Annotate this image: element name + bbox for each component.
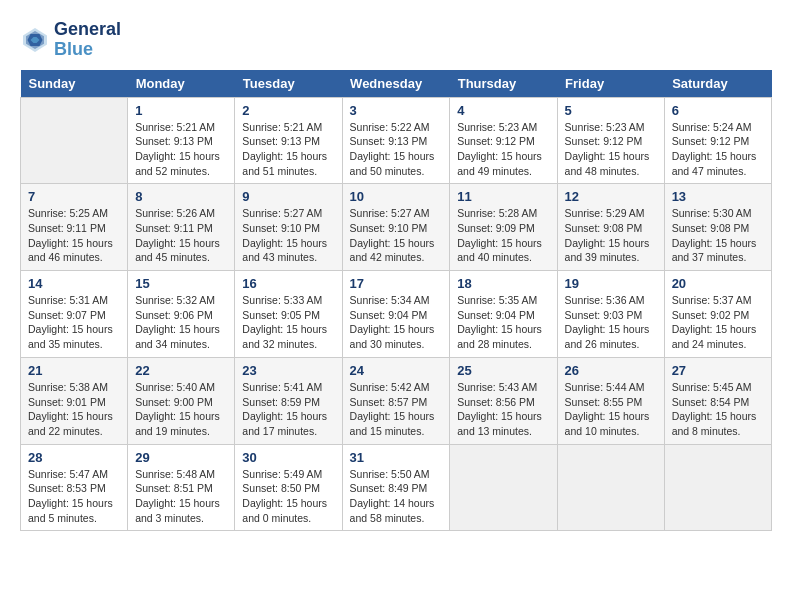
calendar-cell: 29Sunrise: 5:48 AM Sunset: 8:51 PM Dayli… — [128, 444, 235, 531]
day-number: 19 — [565, 276, 657, 291]
calendar-cell: 7Sunrise: 5:25 AM Sunset: 9:11 PM Daylig… — [21, 184, 128, 271]
day-info: Sunrise: 5:41 AM Sunset: 8:59 PM Dayligh… — [242, 380, 334, 439]
day-number: 10 — [350, 189, 443, 204]
calendar-cell — [450, 444, 557, 531]
day-info: Sunrise: 5:27 AM Sunset: 9:10 PM Dayligh… — [242, 206, 334, 265]
day-info: Sunrise: 5:36 AM Sunset: 9:03 PM Dayligh… — [565, 293, 657, 352]
day-number: 14 — [28, 276, 120, 291]
day-info: Sunrise: 5:32 AM Sunset: 9:06 PM Dayligh… — [135, 293, 227, 352]
day-number: 23 — [242, 363, 334, 378]
logo: General Blue — [20, 20, 121, 60]
calendar-cell: 23Sunrise: 5:41 AM Sunset: 8:59 PM Dayli… — [235, 357, 342, 444]
day-number: 4 — [457, 103, 549, 118]
day-number: 18 — [457, 276, 549, 291]
column-header-monday: Monday — [128, 70, 235, 98]
day-info: Sunrise: 5:23 AM Sunset: 9:12 PM Dayligh… — [565, 120, 657, 179]
calendar-cell: 21Sunrise: 5:38 AM Sunset: 9:01 PM Dayli… — [21, 357, 128, 444]
day-number: 27 — [672, 363, 764, 378]
day-number: 2 — [242, 103, 334, 118]
calendar-cell: 17Sunrise: 5:34 AM Sunset: 9:04 PM Dayli… — [342, 271, 450, 358]
day-number: 22 — [135, 363, 227, 378]
calendar-cell: 31Sunrise: 5:50 AM Sunset: 8:49 PM Dayli… — [342, 444, 450, 531]
calendar-cell: 10Sunrise: 5:27 AM Sunset: 9:10 PM Dayli… — [342, 184, 450, 271]
calendar-cell: 22Sunrise: 5:40 AM Sunset: 9:00 PM Dayli… — [128, 357, 235, 444]
calendar-table: SundayMondayTuesdayWednesdayThursdayFrid… — [20, 70, 772, 532]
day-info: Sunrise: 5:21 AM Sunset: 9:13 PM Dayligh… — [242, 120, 334, 179]
day-number: 29 — [135, 450, 227, 465]
calendar-cell: 27Sunrise: 5:45 AM Sunset: 8:54 PM Dayli… — [664, 357, 771, 444]
calendar-cell: 5Sunrise: 5:23 AM Sunset: 9:12 PM Daylig… — [557, 97, 664, 184]
calendar-cell: 24Sunrise: 5:42 AM Sunset: 8:57 PM Dayli… — [342, 357, 450, 444]
calendar-header-row: SundayMondayTuesdayWednesdayThursdayFrid… — [21, 70, 772, 98]
calendar-cell: 8Sunrise: 5:26 AM Sunset: 9:11 PM Daylig… — [128, 184, 235, 271]
day-info: Sunrise: 5:31 AM Sunset: 9:07 PM Dayligh… — [28, 293, 120, 352]
week-row-1: 1Sunrise: 5:21 AM Sunset: 9:13 PM Daylig… — [21, 97, 772, 184]
week-row-3: 14Sunrise: 5:31 AM Sunset: 9:07 PM Dayli… — [21, 271, 772, 358]
calendar-cell: 30Sunrise: 5:49 AM Sunset: 8:50 PM Dayli… — [235, 444, 342, 531]
day-number: 11 — [457, 189, 549, 204]
calendar-cell: 12Sunrise: 5:29 AM Sunset: 9:08 PM Dayli… — [557, 184, 664, 271]
calendar-cell: 4Sunrise: 5:23 AM Sunset: 9:12 PM Daylig… — [450, 97, 557, 184]
day-info: Sunrise: 5:24 AM Sunset: 9:12 PM Dayligh… — [672, 120, 764, 179]
day-info: Sunrise: 5:42 AM Sunset: 8:57 PM Dayligh… — [350, 380, 443, 439]
day-number: 21 — [28, 363, 120, 378]
day-info: Sunrise: 5:40 AM Sunset: 9:00 PM Dayligh… — [135, 380, 227, 439]
day-number: 17 — [350, 276, 443, 291]
day-number: 13 — [672, 189, 764, 204]
week-row-5: 28Sunrise: 5:47 AM Sunset: 8:53 PM Dayli… — [21, 444, 772, 531]
calendar-cell: 25Sunrise: 5:43 AM Sunset: 8:56 PM Dayli… — [450, 357, 557, 444]
calendar-cell: 13Sunrise: 5:30 AM Sunset: 9:08 PM Dayli… — [664, 184, 771, 271]
day-info: Sunrise: 5:27 AM Sunset: 9:10 PM Dayligh… — [350, 206, 443, 265]
week-row-4: 21Sunrise: 5:38 AM Sunset: 9:01 PM Dayli… — [21, 357, 772, 444]
day-number: 26 — [565, 363, 657, 378]
logo-icon — [20, 25, 50, 55]
column-header-friday: Friday — [557, 70, 664, 98]
day-number: 7 — [28, 189, 120, 204]
calendar-cell: 20Sunrise: 5:37 AM Sunset: 9:02 PM Dayli… — [664, 271, 771, 358]
day-number: 24 — [350, 363, 443, 378]
day-info: Sunrise: 5:49 AM Sunset: 8:50 PM Dayligh… — [242, 467, 334, 526]
day-number: 20 — [672, 276, 764, 291]
calendar-cell: 3Sunrise: 5:22 AM Sunset: 9:13 PM Daylig… — [342, 97, 450, 184]
calendar-cell: 14Sunrise: 5:31 AM Sunset: 9:07 PM Dayli… — [21, 271, 128, 358]
day-info: Sunrise: 5:38 AM Sunset: 9:01 PM Dayligh… — [28, 380, 120, 439]
calendar-cell — [664, 444, 771, 531]
logo-text: General Blue — [54, 20, 121, 60]
calendar-cell — [557, 444, 664, 531]
day-number: 1 — [135, 103, 227, 118]
day-info: Sunrise: 5:34 AM Sunset: 9:04 PM Dayligh… — [350, 293, 443, 352]
day-number: 25 — [457, 363, 549, 378]
page-header: General Blue — [20, 20, 772, 60]
calendar-cell: 19Sunrise: 5:36 AM Sunset: 9:03 PM Dayli… — [557, 271, 664, 358]
calendar-cell: 18Sunrise: 5:35 AM Sunset: 9:04 PM Dayli… — [450, 271, 557, 358]
calendar-cell: 1Sunrise: 5:21 AM Sunset: 9:13 PM Daylig… — [128, 97, 235, 184]
day-number: 8 — [135, 189, 227, 204]
day-number: 9 — [242, 189, 334, 204]
day-info: Sunrise: 5:37 AM Sunset: 9:02 PM Dayligh… — [672, 293, 764, 352]
calendar-cell: 9Sunrise: 5:27 AM Sunset: 9:10 PM Daylig… — [235, 184, 342, 271]
calendar-cell: 26Sunrise: 5:44 AM Sunset: 8:55 PM Dayli… — [557, 357, 664, 444]
day-info: Sunrise: 5:21 AM Sunset: 9:13 PM Dayligh… — [135, 120, 227, 179]
day-number: 30 — [242, 450, 334, 465]
day-number: 5 — [565, 103, 657, 118]
day-info: Sunrise: 5:50 AM Sunset: 8:49 PM Dayligh… — [350, 467, 443, 526]
day-info: Sunrise: 5:47 AM Sunset: 8:53 PM Dayligh… — [28, 467, 120, 526]
day-info: Sunrise: 5:45 AM Sunset: 8:54 PM Dayligh… — [672, 380, 764, 439]
day-info: Sunrise: 5:35 AM Sunset: 9:04 PM Dayligh… — [457, 293, 549, 352]
column-header-sunday: Sunday — [21, 70, 128, 98]
day-info: Sunrise: 5:23 AM Sunset: 9:12 PM Dayligh… — [457, 120, 549, 179]
column-header-tuesday: Tuesday — [235, 70, 342, 98]
week-row-2: 7Sunrise: 5:25 AM Sunset: 9:11 PM Daylig… — [21, 184, 772, 271]
day-info: Sunrise: 5:48 AM Sunset: 8:51 PM Dayligh… — [135, 467, 227, 526]
day-info: Sunrise: 5:33 AM Sunset: 9:05 PM Dayligh… — [242, 293, 334, 352]
calendar-cell: 16Sunrise: 5:33 AM Sunset: 9:05 PM Dayli… — [235, 271, 342, 358]
calendar-cell: 15Sunrise: 5:32 AM Sunset: 9:06 PM Dayli… — [128, 271, 235, 358]
day-info: Sunrise: 5:25 AM Sunset: 9:11 PM Dayligh… — [28, 206, 120, 265]
calendar-cell: 6Sunrise: 5:24 AM Sunset: 9:12 PM Daylig… — [664, 97, 771, 184]
calendar-cell: 11Sunrise: 5:28 AM Sunset: 9:09 PM Dayli… — [450, 184, 557, 271]
column-header-saturday: Saturday — [664, 70, 771, 98]
day-number: 31 — [350, 450, 443, 465]
day-number: 15 — [135, 276, 227, 291]
day-info: Sunrise: 5:44 AM Sunset: 8:55 PM Dayligh… — [565, 380, 657, 439]
column-header-wednesday: Wednesday — [342, 70, 450, 98]
